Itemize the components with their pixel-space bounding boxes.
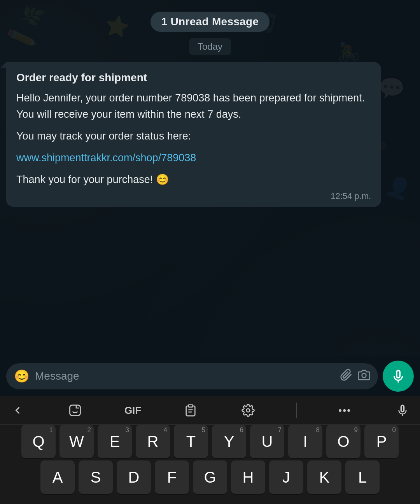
message-time: 12:54 p.m. — [16, 191, 371, 201]
emoji-picker-icon[interactable]: 😊 — [14, 369, 30, 384]
message-footer: Thank you for your purchase! 😊 — [16, 172, 371, 188]
keyboard-toolbar: GIF ••• — [0, 396, 420, 425]
more-options-button[interactable]: ••• — [335, 405, 355, 417]
svg-point-5 — [247, 409, 250, 412]
key-y[interactable]: 6 Y — [212, 425, 246, 458]
key-r[interactable]: 4 R — [136, 425, 170, 458]
key-j[interactable]: J — [269, 460, 303, 494]
message-bubble: Order ready for shipment Hello Jennifer,… — [6, 62, 381, 207]
keyboard-area: 1 Q 2 W 3 E 4 R 5 T 6 Y — [0, 425, 420, 504]
chat-area: 1 Unread Message Today Order ready for s… — [0, 0, 420, 356]
message-input[interactable]: Message — [35, 370, 334, 382]
message-track-link[interactable]: www.shipmenttrakkr.com/shop/789038 — [16, 152, 196, 164]
keyboard-back-button[interactable] — [8, 405, 27, 416]
input-bar: 😊 Message — [0, 356, 420, 396]
key-u[interactable]: 7 U — [250, 425, 284, 458]
key-f[interactable]: F — [155, 460, 189, 494]
main-wrapper: 1 Unread Message Today Order ready for s… — [0, 0, 420, 504]
key-l[interactable]: L — [345, 460, 380, 494]
key-s[interactable]: S — [79, 460, 113, 494]
gif-button[interactable]: GIF — [123, 405, 143, 417]
message-title: Order ready for shipment — [16, 71, 371, 85]
svg-rect-2 — [188, 405, 192, 407]
date-label: Today — [189, 38, 231, 55]
svg-point-0 — [362, 373, 366, 378]
message-body1: Hello Jennifer, your order number 789038… — [16, 90, 371, 123]
attach-icon[interactable] — [340, 369, 352, 384]
key-p[interactable]: 0 P — [364, 425, 399, 458]
svg-rect-1 — [70, 405, 80, 416]
message-input-wrapper: 😊 Message — [6, 363, 378, 389]
message-track-prefix: You may track your order status here: — [16, 128, 371, 145]
unread-message-badge: 1 Unread Message — [150, 12, 270, 32]
camera-icon[interactable] — [358, 369, 370, 384]
key-q[interactable]: 1 Q — [21, 425, 56, 458]
message-footer-text: Thank you for your purchase! — [16, 172, 153, 188]
keyboard-row-1: 1 Q 2 W 3 E 4 R 5 T 6 Y — [3, 425, 417, 458]
keyboard-toolbar-divider — [296, 403, 297, 418]
key-t[interactable]: 5 T — [174, 425, 208, 458]
key-i[interactable]: 8 I — [288, 425, 322, 458]
key-e[interactable]: 3 E — [98, 425, 132, 458]
settings-button[interactable] — [238, 404, 258, 417]
key-w[interactable]: 2 W — [60, 425, 94, 458]
key-h[interactable]: H — [231, 460, 265, 494]
key-k[interactable]: K — [307, 460, 341, 494]
voice-message-button[interactable] — [383, 361, 414, 392]
key-a[interactable]: A — [40, 460, 75, 494]
keyboard-row-2: A S D F G H J K L — [3, 460, 417, 494]
message-footer-emoji: 😊 — [156, 172, 169, 188]
key-g[interactable]: G — [193, 460, 227, 494]
sticker-button[interactable] — [65, 403, 85, 417]
key-d[interactable]: D — [117, 460, 151, 494]
keyboard-mic-button[interactable] — [393, 404, 412, 417]
key-o[interactable]: 9 O — [326, 425, 360, 458]
clipboard-button[interactable] — [181, 404, 200, 417]
